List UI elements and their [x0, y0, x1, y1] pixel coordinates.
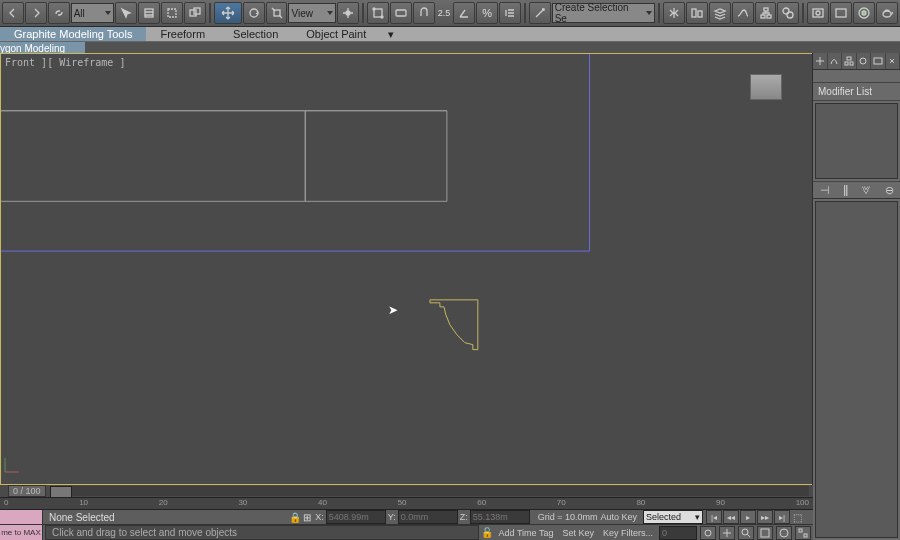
render-setup-button[interactable] [807, 2, 829, 24]
show-result-icon[interactable]: ǁ [843, 184, 848, 197]
utilities-tab[interactable] [886, 53, 901, 69]
script-lock-icon[interactable]: 🔓 [481, 527, 493, 538]
svg-point-17 [787, 12, 793, 18]
pin-stack-icon[interactable]: ⊣ [820, 184, 830, 197]
svg-rect-28 [847, 57, 851, 60]
schematic-button[interactable] [755, 2, 777, 24]
viewport-label[interactable]: Front ][ Wireframe ] [5, 57, 125, 68]
create-tab[interactable] [813, 53, 828, 69]
goto-end-button[interactable]: ▸| [774, 510, 790, 524]
select-object-button[interactable] [115, 2, 137, 24]
svg-rect-10 [396, 10, 406, 16]
x-label: X: [315, 512, 324, 522]
prev-frame-button[interactable]: ◂◂ [723, 510, 739, 524]
spinner-snap-button[interactable] [499, 2, 521, 24]
viewport-area: Front ][ Wireframe ] ➤ [0, 53, 813, 485]
use-pivot-button[interactable] [337, 2, 359, 24]
maxscript-box[interactable] [0, 510, 43, 524]
y-coord-input[interactable]: 0.0mm [398, 510, 458, 524]
x-coord-input[interactable]: 5408.99m [326, 510, 386, 524]
percent-snap-button[interactable]: % [476, 2, 498, 24]
tick: 10 [79, 498, 88, 509]
autokey-button[interactable]: Auto Key [597, 512, 640, 522]
welcome-box: me to MAX [0, 525, 43, 540]
absolute-icon[interactable]: ⊞ [301, 512, 313, 523]
svg-point-9 [381, 16, 383, 18]
link-button[interactable] [48, 2, 70, 24]
layers-button[interactable] [709, 2, 731, 24]
curve-editor-button[interactable] [732, 2, 754, 24]
hierarchy-tab[interactable] [842, 53, 857, 69]
tick: 90 [716, 498, 725, 509]
goto-start-button[interactable]: |◂ [706, 510, 722, 524]
undo-button[interactable] [2, 2, 24, 24]
snap-button[interactable] [413, 2, 435, 24]
status-line-2: me to MAX Click and drag to select and m… [0, 525, 813, 540]
teapot-icon[interactable] [876, 2, 898, 24]
manipulate-button[interactable] [367, 2, 389, 24]
remove-mod-icon[interactable]: ⊖ [885, 184, 894, 197]
viewport-front[interactable]: Front ][ Wireframe ] ➤ [0, 53, 813, 485]
make-unique-icon[interactable]: ⩔ [861, 184, 872, 196]
named-selection-dropdown[interactable]: Create Selection Se [552, 3, 655, 23]
selection-filter-dropdown[interactable]: All [71, 3, 115, 23]
display-tab[interactable] [871, 53, 886, 69]
ribbon-dropdown-icon[interactable]: ▾ [386, 29, 396, 39]
align-button[interactable] [686, 2, 708, 24]
tab-selection[interactable]: Selection [219, 27, 292, 41]
setkey-button[interactable]: Set Key [559, 528, 597, 538]
ref-coord-dropdown[interactable]: View [288, 3, 336, 23]
modifier-list-label[interactable]: Modifier List [813, 83, 900, 101]
render-frame-button[interactable] [830, 2, 852, 24]
viewcube[interactable] [750, 74, 782, 100]
current-frame-input[interactable]: 0 [659, 526, 697, 540]
z-coord-input[interactable]: 55.138m [470, 510, 530, 524]
select-rect-button[interactable] [161, 2, 183, 24]
time-slider[interactable] [50, 486, 809, 496]
orbit-button[interactable] [776, 526, 792, 540]
svg-point-6 [346, 11, 350, 15]
modify-tab[interactable] [828, 53, 843, 69]
pan-button[interactable] [719, 526, 735, 540]
svg-rect-29 [845, 62, 848, 65]
timeline-ruler[interactable]: 0 10 20 30 40 50 60 70 80 90 100 [0, 497, 813, 510]
bottom-bar: 0 / 100 0 10 20 30 40 50 60 70 80 90 100… [0, 485, 813, 540]
key-filters-button[interactable]: Key Filters... [600, 528, 656, 538]
modifier-controls: ⊣ ǁ ⩔ ⊖ [813, 181, 900, 199]
key-mode-button[interactable]: ⬚ [793, 512, 811, 523]
zoom-extents-button[interactable] [757, 526, 773, 540]
mirror-button[interactable] [663, 2, 685, 24]
axis-tripod-icon [1, 452, 25, 476]
material-button[interactable] [777, 2, 799, 24]
rollout-area[interactable] [815, 201, 898, 538]
lock-icon[interactable]: 🔒 [289, 512, 301, 523]
tick: 0 [4, 498, 8, 509]
time-config-button[interactable] [700, 526, 716, 540]
svg-rect-2 [190, 10, 196, 16]
window-crossing-button[interactable] [184, 2, 206, 24]
scale-button[interactable] [266, 2, 288, 24]
play-button[interactable]: ▸ [740, 510, 756, 524]
tab-object-paint[interactable]: Object Paint [292, 27, 380, 41]
redo-button[interactable] [25, 2, 47, 24]
svg-point-23 [883, 11, 891, 17]
next-frame-button[interactable]: ▸▸ [757, 510, 773, 524]
modifier-stack[interactable] [815, 103, 898, 179]
svg-rect-7 [374, 9, 382, 17]
select-by-name-button[interactable] [138, 2, 160, 24]
maximize-viewport-button[interactable] [795, 526, 811, 540]
svg-rect-35 [761, 529, 769, 537]
edit-named-sel-button[interactable] [529, 2, 551, 24]
render-button[interactable] [853, 2, 875, 24]
zoom-button[interactable] [738, 526, 754, 540]
keyboard-shortcut-button[interactable] [390, 2, 412, 24]
prompt-line: Click and drag to select and move object… [45, 525, 479, 540]
motion-tab[interactable] [857, 53, 872, 69]
tab-graphite[interactable]: Graphite Modeling Tools [0, 27, 146, 41]
add-time-tag-button[interactable]: Add Time Tag [493, 528, 560, 538]
tab-freeform[interactable]: Freeform [146, 27, 219, 41]
rotate-button[interactable] [243, 2, 265, 24]
autokey-mode-dropdown[interactable]: Selected▾ [643, 510, 703, 524]
move-button[interactable] [214, 2, 242, 24]
angle-snap-button[interactable] [453, 2, 475, 24]
